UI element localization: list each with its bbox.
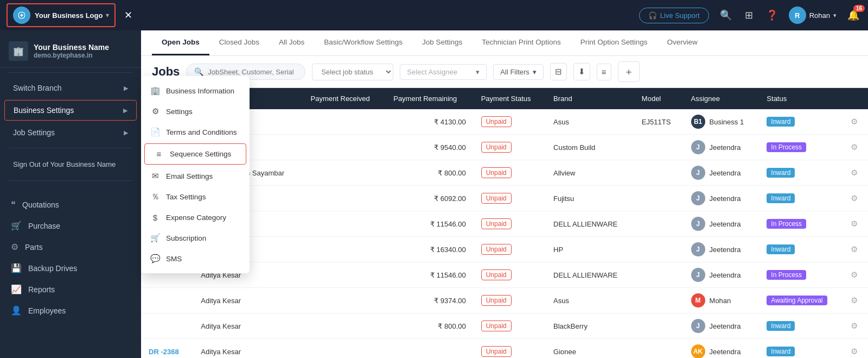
assignee-avatar: J <box>691 191 705 205</box>
sidebar-item-employees[interactable]: 👤 Employees <box>0 300 141 321</box>
cell-assignee: AK Jeetendra <box>684 339 760 359</box>
table-row: Aditya Kesar ₹ 9374.00 Unpaid Asus M Moh… <box>141 288 868 313</box>
tab-print-option-settings[interactable]: Print Option Settings <box>571 30 658 55</box>
tab-technician-print-options[interactable]: Technician Print Options <box>472 30 571 55</box>
row-settings-icon[interactable]: ⚙ <box>851 117 858 126</box>
sidebar-sign-out[interactable]: Sign Out of Your Business Name <box>4 154 137 175</box>
add-button[interactable]: ＋ <box>618 61 640 82</box>
assignee-select[interactable]: Select Assignee ▾ <box>400 64 487 80</box>
submenu-expense-category[interactable]: $ Expense Category <box>141 208 250 228</box>
table-row: Vishwajit Satish Sayambar ₹ 800.00 Unpai… <box>141 160 868 186</box>
submenu-settings[interactable]: ⚙ Settings <box>141 101 250 122</box>
cell-gear[interactable]: ⚙ <box>843 339 868 359</box>
live-support-button[interactable]: 🎧 Live Support <box>639 8 709 23</box>
submenu-subscription[interactable]: 🛒 Subscription <box>141 228 250 248</box>
job-status-select[interactable]: Select job status In Process Inward Awai… <box>312 64 393 80</box>
notification-count: 16 <box>853 5 865 12</box>
assignee-cell: B1 Business 1 <box>691 115 752 129</box>
cell-gear[interactable]: ⚙ <box>843 288 868 313</box>
columns-icon-button[interactable]: ≡ <box>597 64 611 80</box>
user-profile[interactable]: R Rohan ▾ <box>789 7 837 24</box>
sidebar-divider-1 <box>9 72 132 73</box>
tab-job-settings[interactable]: Job Settings <box>412 30 472 55</box>
th-status: Status <box>759 88 843 109</box>
row-settings-icon[interactable]: ⚙ <box>851 219 858 228</box>
row-settings-icon[interactable]: ⚙ <box>851 296 858 305</box>
tab-all-jobs[interactable]: All Jobs <box>269 30 314 55</box>
row-settings-icon[interactable]: ⚙ <box>851 168 858 177</box>
cell-gear[interactable]: ⚙ <box>843 211 868 237</box>
sidebar-item-backup-drives[interactable]: 💾 Backup Drives <box>0 257 141 279</box>
sidebar-item-reports[interactable]: 📈 Reports <box>0 279 141 300</box>
cell-gear[interactable]: ⚙ <box>843 313 868 339</box>
sms-icon: 💬 <box>150 254 161 263</box>
row-settings-icon[interactable]: ⚙ <box>851 321 858 330</box>
search-input[interactable] <box>208 68 295 76</box>
cell-gear[interactable]: ⚙ <box>843 186 868 211</box>
parts-icon: ⚙ <box>11 242 18 252</box>
settings-label: Settings <box>166 108 193 116</box>
subscription-label: Subscription <box>166 234 206 242</box>
table-row: DR -2368 Aditya Kesar Unpaid Gionee AK J… <box>141 339 868 359</box>
sidebar-divider-3 <box>9 180 132 181</box>
sms-label: SMS <box>166 255 182 263</box>
tab-closed-jobs[interactable]: Closed Jobs <box>209 30 269 55</box>
assignee-name: Jeetendra <box>710 194 741 203</box>
assignee-avatar: M <box>691 293 705 307</box>
notification-bell[interactable]: 🔔 16 <box>845 7 861 23</box>
sidebar-item-job-settings[interactable]: Job Settings ▶ <box>4 123 137 142</box>
all-filters-button[interactable]: All Filters ▾ <box>493 64 543 80</box>
terms-conditions-label: Terms and Conditions <box>166 128 237 136</box>
table-header-row: Job Sheet Customer Payment Received Paym… <box>141 88 868 109</box>
assignee-cell: M Mohan <box>691 293 752 307</box>
business-settings-label: Business Settings <box>14 106 74 115</box>
cell-pay-received <box>303 135 386 160</box>
job-settings-chevron: ▶ <box>124 129 128 136</box>
business-settings-chevron: ▶ <box>123 107 127 114</box>
cell-brand: DELL ALLIENWARE <box>546 211 634 237</box>
help-icon[interactable]: ❓ <box>764 7 780 23</box>
tab-open-jobs[interactable]: Open Jobs <box>152 30 209 55</box>
row-settings-icon[interactable]: ⚙ <box>851 244 858 254</box>
cell-gear[interactable]: ⚙ <box>843 237 868 262</box>
search-icon[interactable]: 🔍 <box>718 7 734 23</box>
sidebar-item-switch-branch[interactable]: Switch Branch ▶ <box>4 78 137 98</box>
settings-icon: ⚙ <box>150 106 161 116</box>
cell-gear[interactable]: ⚙ <box>843 262 868 288</box>
submenu-sequence-settings[interactable]: ≡ Sequence Settings <box>144 143 246 165</box>
row-settings-icon[interactable]: ⚙ <box>851 347 858 356</box>
cell-gear[interactable]: ⚙ <box>843 160 868 186</box>
tab-overview[interactable]: Overview <box>658 30 707 55</box>
submenu-email-settings[interactable]: ✉ Email Settings <box>141 166 250 186</box>
headset-icon: 🎧 <box>648 11 657 20</box>
sidebar-item-purchase[interactable]: 🛒 Purchase <box>0 215 141 236</box>
cell-gear[interactable]: ⚙ <box>843 109 868 135</box>
cell-model <box>634 237 684 262</box>
submenu-sms[interactable]: 💬 SMS <box>141 248 250 269</box>
tab-basic-workflow-settings[interactable]: Basic/Workflow Settings <box>314 30 412 55</box>
export-icon-button[interactable]: ⬇ <box>573 63 590 80</box>
status-badge: In Process <box>767 219 806 229</box>
row-settings-icon[interactable]: ⚙ <box>851 142 858 152</box>
cell-gear[interactable]: ⚙ <box>843 135 868 160</box>
close-button[interactable]: ✕ <box>122 7 135 23</box>
submenu-terms-conditions[interactable]: 📄 Terms and Conditions <box>141 122 250 142</box>
brand-area[interactable]: Your Business Logo ▾ <box>7 3 116 27</box>
sidebar-item-business-settings[interactable]: Business Settings ▶ <box>4 100 137 121</box>
cell-brand: BlackBerry <box>546 313 634 339</box>
submenu-tax-settings[interactable]: ％ Tax Settings <box>141 186 250 208</box>
row-settings-icon[interactable]: ⚙ <box>851 270 858 279</box>
reports-label: Reports <box>28 285 55 294</box>
grid-icon[interactable]: ⊞ <box>743 7 755 23</box>
cell-pay-status: Unpaid <box>474 339 546 359</box>
sidebar-item-parts[interactable]: ⚙ Parts <box>0 236 141 257</box>
cell-assignee: M Mohan <box>684 288 760 313</box>
table-row: Aditya Kesar ₹ 11546.00 Unpaid DELL ALLI… <box>141 262 868 288</box>
cell-pay-remaining: ₹ 9374.00 <box>386 288 473 313</box>
sequence-icon: ≡ <box>154 149 164 159</box>
sidebar-item-quotations[interactable]: ❝ Quotations <box>0 194 141 215</box>
submenu-business-information[interactable]: 🏢 Business Information <box>141 80 250 101</box>
filter-icon-button[interactable]: ⊟ <box>550 63 567 80</box>
purchase-label: Purchase <box>28 222 60 230</box>
row-settings-icon[interactable]: ⚙ <box>851 193 858 203</box>
